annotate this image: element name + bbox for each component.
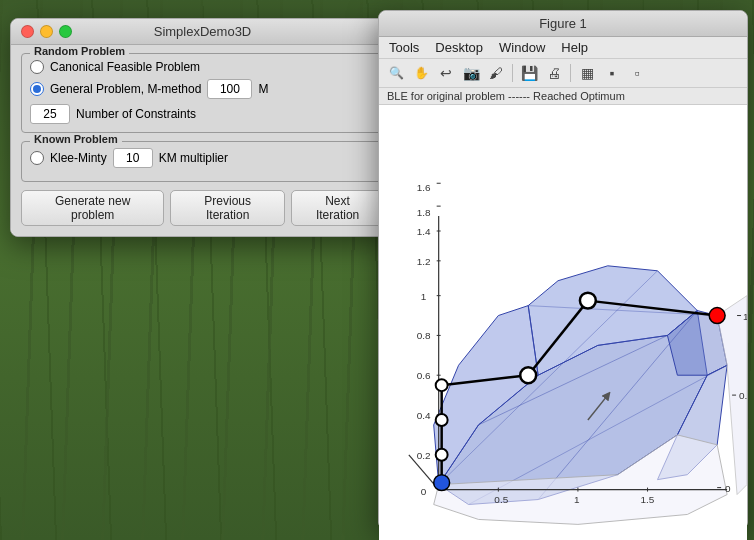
- grid-icon[interactable]: ▦: [576, 62, 598, 84]
- svg-point-52: [436, 379, 448, 391]
- svg-point-50: [436, 449, 448, 461]
- close-button[interactable]: [21, 25, 34, 38]
- random-problem-group: Random Problem Canonical Feasible Proble…: [21, 53, 384, 133]
- button-row: Generate new problem Previous Iteration …: [21, 190, 384, 226]
- figure-titlebar: Figure 1: [379, 11, 747, 37]
- traffic-lights: [21, 25, 72, 38]
- svg-text:1.2: 1.2: [417, 256, 431, 267]
- svg-text:1.8: 1.8: [417, 207, 431, 218]
- save-icon[interactable]: 💾: [518, 62, 540, 84]
- pan-icon[interactable]: ✋: [410, 62, 432, 84]
- menu-tools[interactable]: Tools: [389, 40, 419, 55]
- klee-minty-radio[interactable]: [30, 151, 44, 165]
- figure-body: 0.5 1 1.5 0.2 0.4 0.6 0.8 1 1.2 1.4: [379, 105, 747, 540]
- panel2-icon[interactable]: ▫: [626, 62, 648, 84]
- svg-text:1: 1: [743, 311, 747, 322]
- undo-icon[interactable]: ↩: [435, 62, 457, 84]
- svg-text:0: 0: [725, 483, 731, 494]
- simplex-title: SimplexDemo3D: [154, 24, 252, 39]
- menu-window[interactable]: Window: [499, 40, 545, 55]
- brush-icon[interactable]: 🖌: [485, 62, 507, 84]
- zoom-icon[interactable]: 🔍: [385, 62, 407, 84]
- svg-text:1.6: 1.6: [417, 182, 431, 193]
- svg-point-54: [580, 293, 596, 309]
- simplex-body: Random Problem Canonical Feasible Proble…: [11, 45, 394, 236]
- figure-title: Figure 1: [539, 16, 587, 31]
- menu-desktop[interactable]: Desktop: [435, 40, 483, 55]
- m-value-input[interactable]: [207, 79, 252, 99]
- svg-point-53: [520, 367, 536, 383]
- status-bar: BLE for original problem ------ Reached …: [379, 88, 747, 105]
- toolbar-separator-2: [570, 64, 571, 82]
- klee-minty-radio-row: Klee-Minty KM multiplier: [30, 148, 375, 168]
- constraints-label: Number of Constraints: [76, 107, 196, 121]
- panel-icon[interactable]: ▪: [601, 62, 623, 84]
- svg-text:0.8: 0.8: [417, 330, 431, 341]
- figure-toolbar: 🔍 ✋ ↩ 📷 🖌 💾 🖨 ▦ ▪ ▫: [379, 59, 747, 88]
- general-radio-row: General Problem, M-method M: [30, 79, 375, 99]
- simplex-titlebar: SimplexDemo3D: [11, 19, 394, 45]
- plot-area[interactable]: 0.5 1 1.5 0.2 0.4 0.6 0.8 1 1.2 1.4: [379, 105, 747, 540]
- plot-svg: 0.5 1 1.5 0.2 0.4 0.6 0.8 1 1.2 1.4: [379, 105, 747, 540]
- svg-text:1.5: 1.5: [641, 494, 655, 505]
- svg-text:0.2: 0.2: [417, 450, 431, 461]
- prev-iteration-button[interactable]: Previous Iteration: [170, 190, 285, 226]
- svg-text:0.5: 0.5: [494, 494, 508, 505]
- svg-text:1: 1: [574, 494, 580, 505]
- km-value-input[interactable]: [113, 148, 153, 168]
- svg-text:0.4: 0.4: [417, 410, 431, 421]
- km-multiplier-label: KM multiplier: [159, 151, 228, 165]
- generate-button[interactable]: Generate new problem: [21, 190, 164, 226]
- next-iteration-button[interactable]: Next Iteration: [291, 190, 384, 226]
- general-radio[interactable]: [30, 82, 44, 96]
- constraints-input[interactable]: [30, 104, 70, 124]
- toolbar-separator: [512, 64, 513, 82]
- svg-text:0.6: 0.6: [417, 370, 431, 381]
- print-icon[interactable]: 🖨: [543, 62, 565, 84]
- svg-text:1.4: 1.4: [417, 226, 431, 237]
- svg-point-49: [434, 475, 450, 491]
- canonical-radio-row: Canonical Feasible Problem: [30, 60, 375, 74]
- maximize-button[interactable]: [59, 25, 72, 38]
- known-problem-label: Known Problem: [30, 133, 122, 145]
- general-label: General Problem, M-method: [50, 82, 201, 96]
- menu-help[interactable]: Help: [561, 40, 588, 55]
- svg-point-51: [436, 414, 448, 426]
- m-label: M: [258, 82, 268, 96]
- random-problem-label: Random Problem: [30, 45, 129, 57]
- camera-icon[interactable]: 📷: [460, 62, 482, 84]
- svg-text:0.5: 0.5: [739, 390, 747, 401]
- figure-window: Figure 1 Tools Desktop Window Help 🔍 ✋ ↩…: [378, 10, 748, 530]
- simplex-window: SimplexDemo3D Random Problem Canonical F…: [10, 18, 395, 237]
- constraints-row: Number of Constraints: [30, 104, 375, 124]
- canonical-label: Canonical Feasible Problem: [50, 60, 200, 74]
- klee-minty-label: Klee-Minty: [50, 151, 107, 165]
- known-problem-group: Known Problem Klee-Minty KM multiplier: [21, 141, 384, 182]
- svg-point-55: [709, 308, 725, 324]
- figure-menubar: Tools Desktop Window Help: [379, 37, 747, 59]
- canonical-radio[interactable]: [30, 60, 44, 74]
- minimize-button[interactable]: [40, 25, 53, 38]
- status-text: BLE for original problem ------ Reached …: [387, 90, 625, 102]
- svg-text:0: 0: [421, 486, 427, 497]
- svg-text:1: 1: [421, 291, 427, 302]
